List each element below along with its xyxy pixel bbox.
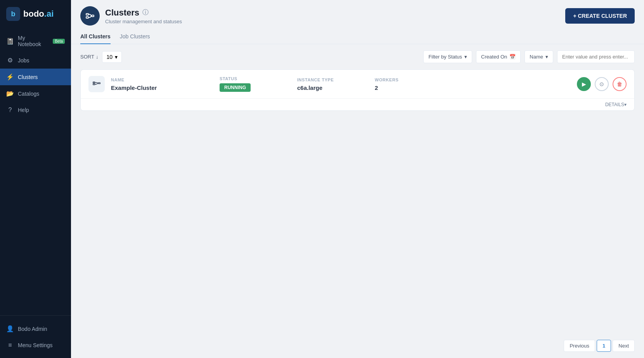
svg-line-6 xyxy=(90,16,92,17)
header-left: Clusters ⓘ Cluster management and status… xyxy=(80,6,182,26)
workers-value: 2 xyxy=(375,84,406,91)
sidebar-nav: 📓 My Notebook Beta ⚙ Jobs ⚡ Clusters 📂 C… xyxy=(0,27,71,315)
pagination: Previous 1 Next xyxy=(71,334,644,358)
page-title: Clusters xyxy=(105,8,139,18)
help-circle-icon[interactable]: ⓘ xyxy=(142,9,149,17)
sort-button[interactable]: SORT ↓ xyxy=(80,54,98,60)
instance-type-header: INSTANCE TYPE xyxy=(297,77,359,82)
logo: b bodo.ai xyxy=(0,0,71,27)
create-cluster-button[interactable]: + CREATE CLUSTER xyxy=(565,8,635,24)
next-button[interactable]: Next xyxy=(613,340,635,352)
header-title-row: Clusters ⓘ xyxy=(105,8,182,18)
workers-header: WORKERS xyxy=(375,77,406,82)
cluster-workers-col: WORKERS 2 xyxy=(375,77,406,91)
user-icon: 👤 xyxy=(6,325,14,332)
sidebar-item-jobs[interactable]: ⚙ Jobs xyxy=(0,52,71,69)
svg-rect-0 xyxy=(86,14,88,15)
play-icon: ▶ xyxy=(582,81,586,87)
start-cluster-button[interactable]: ▶ xyxy=(577,77,591,91)
svg-line-13 xyxy=(96,83,99,84)
name-filter-button[interactable]: Name ▾ xyxy=(525,50,553,63)
content-area: NAME Example-Cluster STATUS RUNNING INST… xyxy=(71,69,644,334)
sidebar-item-label: Bodo Admin xyxy=(18,326,47,332)
filter-status-label: Filter by Status xyxy=(428,54,462,60)
details-label: DETAILS xyxy=(605,102,624,107)
sidebar-item-my-notebook[interactable]: 📓 My Notebook Beta xyxy=(0,30,71,52)
sidebar-item-catalogs[interactable]: 📂 Catalogs xyxy=(0,85,71,102)
cluster-name: Example-Cluster xyxy=(111,84,204,91)
per-page-value: 10 xyxy=(106,54,113,60)
cluster-instance-col: INSTANCE TYPE c6a.large xyxy=(297,77,359,91)
cluster-row: NAME Example-Cluster STATUS RUNNING INST… xyxy=(81,70,634,98)
svg-rect-8 xyxy=(93,84,95,85)
sidebar-item-label: Menu Settings xyxy=(18,342,53,348)
chevron-down-icon: ▾ xyxy=(624,102,627,107)
stop-icon: ⊙ xyxy=(599,81,604,87)
sidebar-item-clusters[interactable]: ⚡ Clusters xyxy=(0,69,71,85)
status-badge: RUNNING xyxy=(220,83,251,92)
cluster-actions: ▶ ⊙ 🗑 xyxy=(577,77,627,91)
tab-all-clusters[interactable]: All Clusters xyxy=(80,30,111,44)
header-text: Clusters ⓘ Cluster management and status… xyxy=(105,8,182,24)
delete-cluster-button[interactable]: 🗑 xyxy=(613,77,627,91)
sidebar-item-label: Help xyxy=(18,107,29,113)
date-filter-label: Created On xyxy=(481,54,507,60)
logo-text: bodo.ai xyxy=(23,9,54,19)
cluster-card: NAME Example-Cluster STATUS RUNNING INST… xyxy=(80,69,635,111)
sort-label: SORT xyxy=(80,54,94,60)
svg-rect-7 xyxy=(93,82,95,83)
help-icon: ? xyxy=(6,107,14,114)
menu-icon: ≡ xyxy=(6,342,14,349)
sidebar: b bodo.ai 📓 My Notebook Beta ⚙ Jobs ⚡ Cl… xyxy=(0,0,71,358)
previous-button[interactable]: Previous xyxy=(564,340,595,352)
sidebar-bottom: 👤 Bodo Admin ≡ Menu Settings xyxy=(0,315,71,358)
name-header: NAME xyxy=(111,77,204,82)
svg-rect-2 xyxy=(92,15,94,17)
cluster-info: NAME Example-Cluster STATUS RUNNING INST… xyxy=(111,76,571,92)
filter-status-button[interactable]: Filter by Status ▾ xyxy=(423,50,472,63)
sidebar-item-label: Clusters xyxy=(18,74,38,80)
header: Clusters ⓘ Cluster management and status… xyxy=(71,0,644,26)
sidebar-item-help[interactable]: ? Help xyxy=(0,102,71,118)
clusters-icon: ⚡ xyxy=(6,73,14,81)
status-header: STATUS xyxy=(220,76,282,81)
toolbar: SORT ↓ 10 ▾ Filter by Status ▾ Created O… xyxy=(71,44,644,69)
sidebar-item-menu-settings[interactable]: ≡ Menu Settings xyxy=(0,337,71,353)
search-input[interactable] xyxy=(557,50,635,63)
svg-rect-9 xyxy=(99,83,100,84)
sidebar-item-label: My Notebook xyxy=(18,35,47,47)
cluster-status-col: STATUS RUNNING xyxy=(220,76,282,92)
catalogs-icon: 📂 xyxy=(6,90,14,97)
chevron-down-icon: ▾ xyxy=(545,54,548,60)
notebook-icon: 📓 xyxy=(6,38,14,45)
date-filter-button[interactable]: Created On 📅 xyxy=(476,50,521,63)
tab-job-clusters[interactable]: Job Clusters xyxy=(120,30,150,44)
sidebar-item-label: Jobs xyxy=(18,57,29,64)
tabs: All Clusters Job Clusters xyxy=(71,26,644,44)
sidebar-item-bodo-admin[interactable]: 👤 Bodo Admin xyxy=(0,320,71,337)
jobs-icon: ⚙ xyxy=(6,57,14,64)
clusters-header-icon xyxy=(80,6,100,26)
calendar-icon: 📅 xyxy=(509,54,516,60)
chevron-down-icon: ▾ xyxy=(464,54,467,60)
beta-badge: Beta xyxy=(53,39,65,44)
stop-cluster-button[interactable]: ⊙ xyxy=(595,77,609,91)
details-row[interactable]: DETAILS ▾ xyxy=(81,98,634,110)
header-subtitle: Cluster management and statuses xyxy=(105,19,182,24)
sidebar-item-label: Catalogs xyxy=(18,91,39,97)
cluster-row-icon xyxy=(88,76,105,92)
instance-type-value: c6a.large xyxy=(297,84,359,91)
trash-icon: 🗑 xyxy=(617,81,622,87)
logo-icon: b xyxy=(6,7,20,21)
chevron-down-icon: ▾ xyxy=(115,54,118,60)
sort-icon: ↓ xyxy=(96,54,99,60)
svg-rect-1 xyxy=(86,17,88,18)
name-filter-label: Name xyxy=(530,54,543,60)
cluster-name-col: NAME Example-Cluster xyxy=(111,77,204,91)
page-1-button[interactable]: 1 xyxy=(597,340,611,352)
per-page-select[interactable]: 10 ▾ xyxy=(102,51,122,63)
main-content: Clusters ⓘ Cluster management and status… xyxy=(71,0,644,358)
